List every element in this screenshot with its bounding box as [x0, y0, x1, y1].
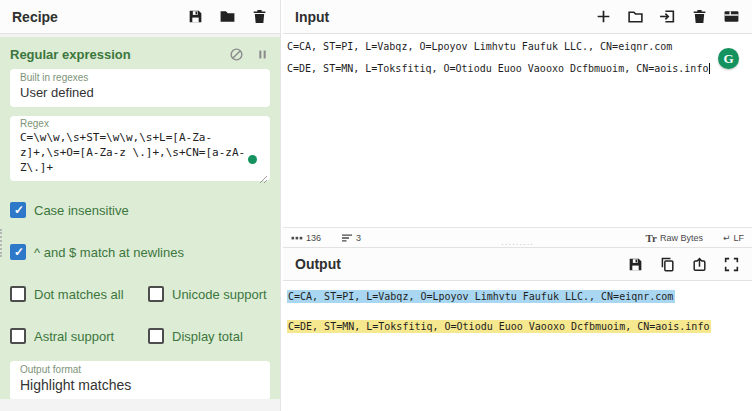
checkbox-row-display-total[interactable]: Display total — [148, 327, 243, 345]
input-status-bar: 136 3 Tr Raw Bytes ↵ LF — [283, 227, 752, 247]
pane-layout-icon[interactable] — [723, 8, 740, 25]
unicode-support-label: Unicode support — [172, 287, 267, 302]
disable-operation-icon[interactable] — [229, 47, 244, 62]
astral-support-checkbox[interactable] — [10, 328, 26, 344]
add-input-tab-icon[interactable] — [595, 8, 612, 25]
output-format-value: Highlight matches — [20, 376, 260, 394]
drag-grip[interactable] — [0, 229, 3, 257]
recipe-header: Recipe — [0, 0, 280, 34]
built-in-regexes-label: Built in regexes — [20, 72, 260, 84]
grammarly-dot-icon — [248, 155, 257, 164]
operation-regular-expression[interactable]: Regular expression Built in regexes User… — [0, 37, 280, 399]
newlines-label: ^ and $ match at newlines — [34, 245, 184, 260]
resize-grip-icon[interactable] — [259, 170, 268, 179]
text-cursor — [709, 63, 710, 74]
save-output-icon[interactable] — [627, 256, 644, 273]
breakpoint-pause-icon[interactable] — [255, 47, 270, 62]
line-ending-selector[interactable]: ↵ LF — [723, 233, 744, 243]
regex-textarea[interactable]: Regex C=\w\w,\s+ST=\w\w,\s+L=[A-Za-z]+,\… — [10, 116, 270, 181]
input-line — [287, 52, 748, 63]
return-arrow-icon: ↵ — [723, 233, 731, 243]
io-panel: Input C=CA, ST=PI, L=Vab — [283, 0, 752, 411]
line-count[interactable]: 3 — [341, 232, 361, 244]
newlines-checkbox[interactable] — [10, 244, 26, 260]
input-textarea[interactable]: C=CA, ST=PI, L=Vabqz, O=Lpoyov Limhvtu F… — [283, 34, 752, 227]
display-total-label: Display total — [172, 329, 243, 344]
input-line: C=CA, ST=PI, L=Vabqz, O=Lpoyov Limhvtu F… — [287, 41, 748, 52]
case-insensitive-checkbox[interactable] — [10, 202, 26, 218]
open-file-folder-icon[interactable] — [627, 8, 644, 25]
open-input-import-icon[interactable] — [659, 8, 676, 25]
replace-input-with-output-icon[interactable] — [691, 256, 708, 273]
cyberchef-app: Recipe Regular expression — [0, 0, 752, 411]
built-in-regexes-value: User defined — [20, 84, 260, 101]
checkbox-row-astral-support[interactable]: Astral support — [10, 327, 148, 345]
clear-recipe-trash-icon[interactable] — [251, 8, 268, 25]
case-insensitive-label: Case insensitive — [34, 203, 129, 218]
regex-value[interactable]: C=\w\w,\s+ST=\w\w,\s+L=[A-Za-z]+,\s+O=[A… — [20, 130, 261, 175]
checkbox-row-case-insensitive[interactable]: Case insensitive — [10, 201, 270, 219]
recipe-title: Recipe — [12, 9, 58, 25]
clear-input-trash-icon[interactable] — [691, 8, 708, 25]
text-encoding-icon: Tr — [646, 232, 657, 244]
input-title: Input — [295, 9, 329, 25]
recipe-panel: Recipe Regular expression — [0, 0, 281, 411]
save-recipe-icon[interactable] — [187, 8, 204, 25]
encoding-selector[interactable]: Tr Raw Bytes — [646, 232, 703, 244]
dot-matches-all-checkbox[interactable] — [10, 286, 26, 302]
checkbox-row-dot-matches-all[interactable]: Dot matches all — [10, 285, 148, 303]
input-header: Input — [283, 0, 752, 34]
output-line: C=DE, ST=MN, L=Toksfitiq, O=Otiodu Euoo … — [287, 319, 748, 334]
load-recipe-folder-icon[interactable] — [219, 8, 236, 25]
output-area[interactable]: C=CA, ST=PI, L=Vabqz, O=Lpoyov Limhvtu F… — [283, 281, 752, 410]
dot-matches-all-label: Dot matches all — [34, 287, 124, 302]
astral-support-label: Astral support — [34, 329, 114, 344]
match-highlight: C=CA, ST=PI, L=Vabqz, O=Lpoyov Limhvtu F… — [287, 290, 675, 303]
output-line: C=CA, ST=PI, L=Vabqz, O=Lpoyov Limhvtu F… — [287, 289, 748, 304]
output-title: Output — [295, 256, 341, 272]
char-count-icon — [291, 232, 303, 244]
checkbox-row-unicode-support[interactable]: Unicode support — [148, 285, 267, 303]
regex-label: Regex — [20, 118, 260, 130]
output-format-label: Output format — [20, 364, 260, 376]
match-highlight: C=DE, ST=MN, L=Toksfitiq, O=Otiodu Euoo … — [287, 320, 711, 333]
built-in-regexes-select[interactable]: Built in regexes User defined — [10, 69, 270, 107]
grammarly-icon[interactable]: G — [718, 48, 739, 69]
output-format-select[interactable]: Output format Highlight matches — [10, 361, 270, 399]
output-line — [287, 304, 748, 319]
display-total-checkbox[interactable] — [148, 328, 164, 344]
input-line: C=DE, ST=MN, L=Toksfitiq, O=Otiodu Euoo … — [287, 63, 748, 74]
copy-output-icon[interactable] — [659, 256, 676, 273]
maximize-pane-icon[interactable] — [723, 256, 740, 273]
operation-title: Regular expression — [10, 47, 131, 62]
output-header: Output — [283, 247, 752, 281]
character-count[interactable]: 136 — [291, 232, 321, 244]
line-count-icon — [341, 232, 353, 244]
unicode-support-checkbox[interactable] — [148, 286, 164, 302]
checkbox-row-newlines[interactable]: ^ and $ match at newlines — [10, 243, 270, 261]
